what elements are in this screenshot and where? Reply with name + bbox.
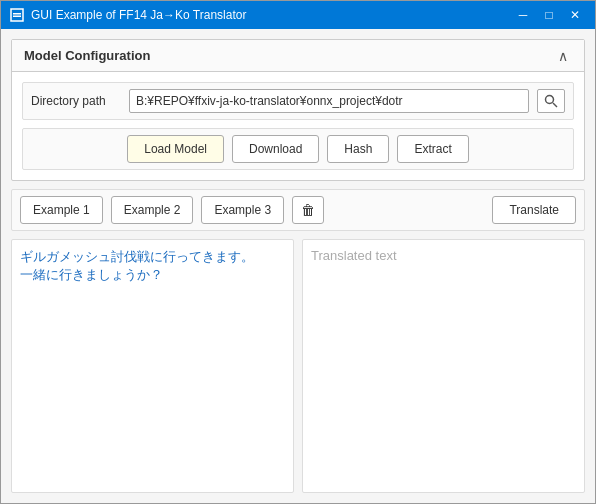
main-window: GUI Example of FF14 Ja→Ko Translator ─ □…: [0, 0, 596, 504]
directory-row: Directory path: [22, 82, 574, 120]
translate-button[interactable]: Translate: [492, 196, 576, 224]
svg-line-4: [553, 103, 557, 107]
translated-placeholder: Translated text: [311, 248, 397, 263]
window-controls: ─ □ ✕: [511, 5, 587, 25]
close-button[interactable]: ✕: [563, 5, 587, 25]
example2-button[interactable]: Example 2: [111, 196, 194, 224]
clear-button[interactable]: 🗑: [292, 196, 324, 224]
collapse-button[interactable]: ∧: [554, 49, 572, 63]
source-text-panel[interactable]: ギルガメッシュ討伐戦に行ってきます。 一緒に行きましょうか？: [11, 239, 294, 493]
section-header: Model Configuration ∧: [12, 40, 584, 72]
directory-label: Directory path: [31, 94, 121, 108]
browse-button[interactable]: [537, 89, 565, 113]
section-title: Model Configuration: [24, 48, 150, 63]
examples-row: Example 1 Example 2 Example 3 🗑 Translat…: [11, 189, 585, 231]
translated-text-panel[interactable]: Translated text: [302, 239, 585, 493]
extract-button[interactable]: Extract: [397, 135, 468, 163]
svg-rect-2: [13, 16, 21, 18]
download-button[interactable]: Download: [232, 135, 319, 163]
load-model-button[interactable]: Load Model: [127, 135, 224, 163]
hash-button[interactable]: Hash: [327, 135, 389, 163]
minimize-button[interactable]: ─: [511, 5, 535, 25]
actions-row: Load Model Download Hash Extract: [22, 128, 574, 170]
text-area-row: ギルガメッシュ討伐戦に行ってきます。 一緒に行きましょうか？ Translate…: [11, 239, 585, 493]
section-content: Directory path Load Model Download Hash …: [12, 72, 584, 180]
window-icon: [9, 7, 25, 23]
example3-button[interactable]: Example 3: [201, 196, 284, 224]
svg-rect-0: [11, 9, 23, 21]
source-text: ギルガメッシュ討伐戦に行ってきます。 一緒に行きましょうか？: [20, 249, 254, 282]
model-config-panel: Model Configuration ∧ Directory path: [11, 39, 585, 181]
trash-icon: 🗑: [301, 202, 315, 218]
search-icon: [544, 94, 558, 108]
directory-input[interactable]: [129, 89, 529, 113]
maximize-button[interactable]: □: [537, 5, 561, 25]
svg-rect-1: [13, 13, 21, 15]
content-area: Model Configuration ∧ Directory path: [1, 29, 595, 503]
svg-point-3: [546, 96, 554, 104]
title-bar: GUI Example of FF14 Ja→Ko Translator ─ □…: [1, 1, 595, 29]
example1-button[interactable]: Example 1: [20, 196, 103, 224]
window-title: GUI Example of FF14 Ja→Ko Translator: [31, 8, 511, 22]
